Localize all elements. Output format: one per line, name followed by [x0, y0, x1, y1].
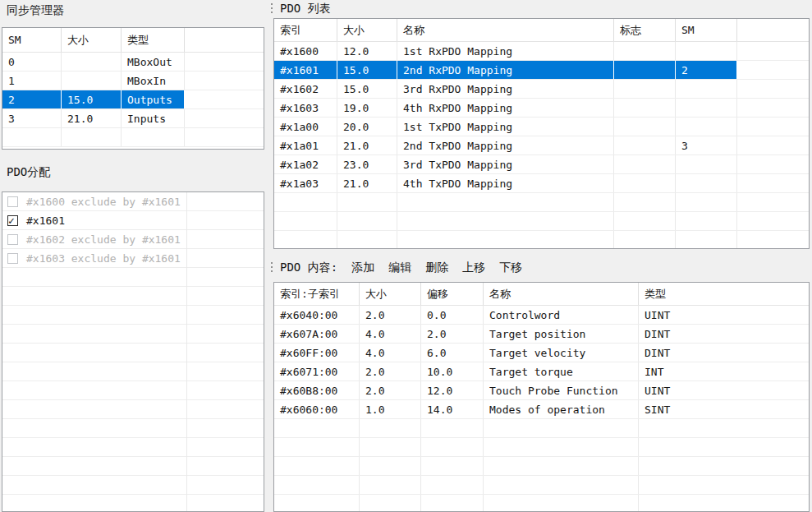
- table-row[interactable]: [274, 193, 809, 212]
- table-row[interactable]: [274, 438, 809, 457]
- table-cell: 6.0: [421, 344, 484, 362]
- table-cell: MBoxIn: [122, 71, 185, 90]
- table-cell: [614, 155, 676, 173]
- add-button[interactable]: 添加: [351, 261, 374, 275]
- table-cell: [737, 174, 809, 192]
- table-cell: 12.0: [337, 42, 397, 60]
- table-row[interactable]: #x160115.02nd RxPDO Mapping2: [274, 61, 809, 80]
- table-cell: INT: [639, 362, 809, 381]
- column-header[interactable]: 大小: [337, 19, 397, 41]
- table-cell: [397, 231, 614, 249]
- edit-button[interactable]: 编辑: [388, 261, 411, 275]
- checkbox-icon[interactable]: [7, 234, 18, 245]
- table-row[interactable]: #x6040:002.00.0ControlwordUINT: [274, 306, 809, 325]
- table-row[interactable]: #x160215.03rd RxPDO Mapping: [274, 80, 809, 99]
- table-cell: #x6071:00: [274, 362, 360, 381]
- table-cell: [185, 128, 264, 146]
- column-header[interactable]: [737, 19, 809, 41]
- table-cell: [676, 118, 737, 136]
- checkbox-checked-icon[interactable]: [7, 215, 18, 226]
- list-item[interactable]: #x1601: [2, 211, 264, 230]
- sync-manager-title: 同步管理器: [7, 3, 64, 18]
- table-row[interactable]: #x60FF:004.06.0Target velocityDINT: [274, 344, 809, 362]
- table-row[interactable]: #x1a0020.01st TxPDO Mapping: [274, 118, 809, 136]
- column-header[interactable]: SM: [2, 28, 62, 52]
- table-cell: 1: [2, 71, 62, 90]
- table-row[interactable]: [274, 419, 809, 438]
- table-row[interactable]: #x1a0121.02nd TxPDO Mapping3: [274, 136, 809, 155]
- list-empty-row: [2, 381, 264, 400]
- list-item[interactable]: #x1600 exclude by #x1601: [2, 192, 264, 211]
- table-row[interactable]: #x60B8:002.012.0Touch Probe FunctionUINT: [274, 381, 809, 400]
- table-row[interactable]: #x1a0223.03rd TxPDO Mapping: [274, 155, 809, 174]
- table-row[interactable]: 215.0Outputs: [2, 90, 264, 109]
- table-cell: [421, 476, 484, 494]
- column-header[interactable]: 名称: [397, 19, 614, 41]
- table-cell: MBoxOut: [122, 53, 185, 71]
- table-row[interactable]: [274, 212, 809, 231]
- column-header[interactable]: 大小: [360, 283, 421, 305]
- drag-gripper-icon[interactable]: [271, 262, 273, 274]
- table-cell: [274, 495, 360, 512]
- table-cell: [397, 212, 614, 230]
- table-row[interactable]: [274, 476, 809, 495]
- table-row[interactable]: [274, 457, 809, 476]
- delete-button[interactable]: 删除: [425, 261, 448, 275]
- column-header[interactable]: SM: [676, 19, 737, 41]
- table-row[interactable]: #x1a0321.04th TxPDO Mapping: [274, 174, 809, 193]
- table-cell: #x60B8:00: [274, 381, 360, 399]
- table-cell: [737, 80, 809, 98]
- table-row[interactable]: #x6060:001.014.0Modes of operationSINT: [274, 400, 809, 419]
- table-row[interactable]: 0MBoxOut: [2, 53, 264, 71]
- table-cell: [360, 419, 421, 437]
- table-cell: [737, 42, 809, 60]
- table-cell: [639, 495, 809, 512]
- table-row[interactable]: 321.0Inputs: [2, 109, 264, 128]
- column-header[interactable]: 索引:子索引: [274, 283, 360, 305]
- table-cell: [337, 193, 397, 211]
- table-cell: [360, 495, 421, 512]
- table-row[interactable]: [274, 495, 809, 512]
- table-cell: [484, 495, 639, 512]
- table-cell: 4th RxPDO Mapping: [397, 99, 614, 117]
- table-cell: 2.0: [360, 362, 421, 381]
- table-cell: SINT: [639, 400, 809, 418]
- table-cell: 3: [2, 109, 62, 127]
- drag-gripper-icon[interactable]: [271, 3, 273, 16]
- table-row[interactable]: 1MBoxIn: [2, 71, 264, 90]
- table-row[interactable]: [2, 128, 264, 147]
- column-header[interactable]: 标志: [614, 19, 676, 41]
- table-cell: 3rd RxPDO Mapping: [397, 80, 614, 98]
- table-row[interactable]: #x607A:004.02.0Target positionDINT: [274, 325, 809, 344]
- column-header[interactable]: 大小: [62, 28, 122, 52]
- pdo-assign-label: #x1603 exclude by #x1601: [26, 252, 181, 265]
- list-item[interactable]: #x1602 exclude by #x1601: [2, 230, 264, 249]
- table-row[interactable]: #x160319.04th RxPDO Mapping: [274, 99, 809, 118]
- table-row[interactable]: #x6071:002.010.0Target torqueINT: [274, 362, 809, 381]
- table-row[interactable]: #x160012.01st RxPDO Mapping: [274, 42, 809, 61]
- table-cell: [676, 174, 737, 192]
- pdo-assign-list: #x1600 exclude by #x1601#x1601#x1602 exc…: [2, 191, 264, 512]
- column-header[interactable]: 类型: [639, 283, 809, 305]
- table-cell: [737, 61, 809, 79]
- column-header[interactable]: 类型: [122, 28, 185, 52]
- column-header[interactable]: [185, 28, 264, 52]
- table-cell: [360, 457, 421, 475]
- table-cell: [185, 109, 264, 127]
- table-cell: [639, 419, 809, 437]
- table-cell: 23.0: [337, 155, 397, 173]
- list-item[interactable]: #x1603 exclude by #x1601: [2, 249, 264, 268]
- checkbox-icon[interactable]: [7, 253, 18, 264]
- pdo-content-title: PDO 内容:: [280, 261, 337, 275]
- table-cell: 2: [2, 90, 62, 108]
- move-down-button[interactable]: 下移: [499, 261, 522, 275]
- column-header[interactable]: 索引: [274, 19, 337, 41]
- column-header[interactable]: 偏移: [421, 283, 484, 305]
- column-header[interactable]: 名称: [484, 283, 639, 305]
- move-up-button[interactable]: 上移: [462, 261, 485, 275]
- table-row[interactable]: [274, 231, 809, 249]
- table-cell: [737, 99, 809, 117]
- pdo-content-table: 索引:子索引大小偏移名称类型#x6040:002.00.0Controlword…: [273, 282, 810, 512]
- checkbox-icon[interactable]: [7, 196, 18, 207]
- pdo-list-titlebar: PDO 列表: [271, 2, 331, 16]
